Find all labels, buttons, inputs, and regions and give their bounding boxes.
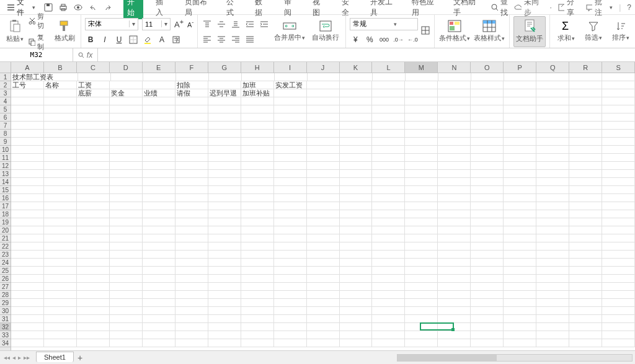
cell[interactable]	[340, 89, 373, 97]
cell[interactable]	[438, 113, 471, 122]
cell[interactable]	[241, 122, 274, 130]
chevron-down-icon[interactable]: ▾	[394, 21, 397, 27]
cell[interactable]: 请假	[175, 89, 208, 97]
cell[interactable]	[438, 202, 471, 210]
cell[interactable]	[143, 210, 175, 218]
cell[interactable]	[602, 154, 635, 162]
row-header[interactable]: 5	[0, 105, 11, 113]
cell[interactable]	[175, 339, 208, 347]
cell[interactable]	[504, 97, 536, 105]
column-header[interactable]: G	[208, 62, 241, 73]
cell[interactable]	[77, 113, 110, 122]
cell[interactable]	[241, 315, 274, 323]
cell[interactable]	[77, 234, 110, 242]
decrease-decimal-button[interactable]: ←.0	[407, 34, 418, 45]
cell[interactable]	[44, 234, 77, 242]
cell[interactable]	[11, 202, 44, 210]
align-bottom-button[interactable]	[230, 19, 241, 30]
cell[interactable]	[569, 170, 602, 178]
cell[interactable]	[438, 210, 471, 218]
cell[interactable]	[307, 138, 340, 146]
cell[interactable]	[471, 339, 504, 347]
cell[interactable]	[471, 202, 504, 210]
fx-button[interactable]: fx	[73, 48, 98, 61]
cell[interactable]	[307, 291, 340, 299]
cell[interactable]	[602, 89, 635, 97]
row-header[interactable]: 12	[0, 162, 11, 170]
number-format-combo[interactable]: ▾	[350, 18, 418, 30]
cell[interactable]	[438, 146, 471, 154]
cell[interactable]	[44, 275, 77, 283]
number-format-input[interactable]	[350, 20, 394, 28]
cell[interactable]	[536, 307, 569, 315]
row-header[interactable]: 22	[0, 242, 11, 251]
cell[interactable]	[44, 315, 77, 323]
cell[interactable]	[504, 291, 536, 299]
cell[interactable]	[44, 186, 77, 194]
justify-button[interactable]	[244, 33, 255, 45]
cell[interactable]	[143, 315, 175, 323]
cell[interactable]	[372, 97, 405, 105]
cell[interactable]	[110, 186, 143, 194]
cell[interactable]	[77, 170, 110, 178]
cell[interactable]	[504, 113, 536, 122]
cell[interactable]	[175, 291, 208, 299]
cell[interactable]	[44, 251, 77, 259]
cell[interactable]	[504, 105, 536, 113]
cell[interactable]	[143, 194, 175, 202]
cell[interactable]	[372, 315, 405, 323]
cell[interactable]	[274, 138, 307, 146]
cell[interactable]	[274, 226, 307, 234]
cell[interactable]	[372, 210, 405, 218]
cell[interactable]	[77, 307, 110, 315]
filter-button[interactable]: 筛选▾	[581, 16, 606, 47]
cell[interactable]	[536, 202, 569, 210]
cell[interactable]	[110, 105, 143, 113]
cell[interactable]	[143, 73, 176, 81]
cell[interactable]	[307, 323, 340, 331]
cell[interactable]	[405, 299, 438, 307]
cell[interactable]	[208, 307, 241, 315]
cell[interactable]	[241, 130, 274, 138]
cell[interactable]	[175, 242, 208, 251]
cell[interactable]	[569, 81, 602, 89]
increase-indent-button[interactable]	[259, 19, 270, 30]
cell[interactable]	[143, 234, 175, 242]
cell[interactable]	[208, 105, 241, 113]
cell[interactable]	[602, 113, 635, 122]
cell[interactable]	[602, 81, 635, 89]
cell[interactable]	[536, 339, 569, 347]
cell[interactable]	[110, 331, 143, 339]
cell[interactable]	[143, 307, 175, 315]
align-middle-button[interactable]	[216, 19, 227, 30]
cell[interactable]	[536, 299, 569, 307]
cell[interactable]	[208, 218, 241, 226]
cell[interactable]	[208, 138, 241, 146]
cell[interactable]	[208, 299, 241, 307]
cell[interactable]	[471, 73, 504, 81]
row-header[interactable]: 11	[0, 154, 11, 162]
chevron-down-icon[interactable]: ▾	[161, 20, 170, 27]
column-header[interactable]: P	[504, 62, 536, 73]
cell[interactable]	[208, 210, 241, 218]
cell[interactable]	[307, 170, 340, 178]
cell[interactable]	[340, 331, 373, 339]
cell[interactable]	[471, 259, 504, 267]
cell[interactable]	[504, 130, 536, 138]
cell[interactable]	[143, 242, 175, 251]
cell[interactable]	[438, 339, 471, 347]
cell-format-button[interactable]	[420, 25, 430, 37]
cell[interactable]	[405, 146, 438, 154]
cell[interactable]	[175, 186, 208, 194]
cell[interactable]	[274, 162, 307, 170]
cell[interactable]	[274, 267, 307, 275]
row-header[interactable]: 10	[0, 146, 11, 154]
cell[interactable]	[274, 154, 307, 162]
cell[interactable]	[208, 234, 241, 242]
cell[interactable]	[372, 146, 405, 154]
cell[interactable]	[110, 339, 143, 347]
cell[interactable]	[536, 130, 569, 138]
cell[interactable]	[536, 138, 569, 146]
cell[interactable]	[110, 275, 143, 283]
cell[interactable]	[77, 154, 110, 162]
